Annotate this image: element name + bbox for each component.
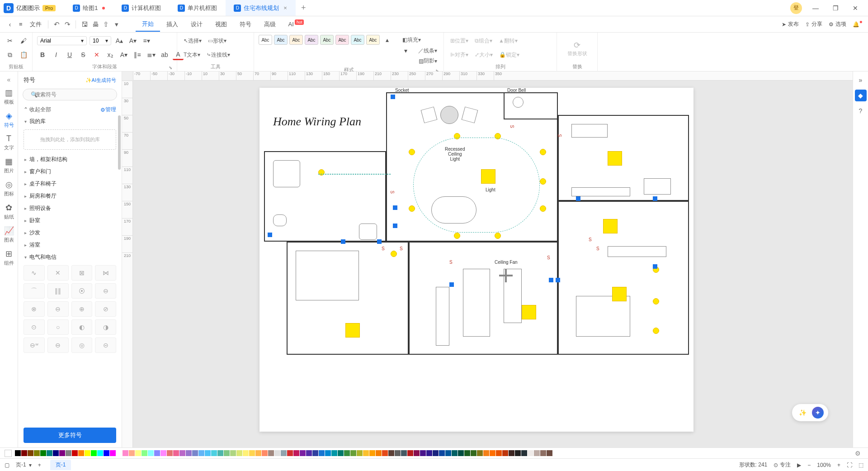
color-swatch[interactable] bbox=[230, 450, 236, 456]
symbol-item[interactable]: ◑ bbox=[95, 319, 116, 335]
ai-generate-symbols[interactable]: ✨ AI生成符号 bbox=[85, 77, 116, 84]
color-swatch[interactable] bbox=[72, 450, 78, 456]
text-tool[interactable]: T 文本 ▾ bbox=[182, 50, 202, 60]
toilet[interactable] bbox=[273, 214, 287, 226]
rail-item-text[interactable]: T文字 bbox=[0, 131, 18, 154]
color-swatch[interactable] bbox=[319, 450, 325, 456]
lock-button[interactable]: 🔒 锁定▾ bbox=[497, 50, 521, 60]
color-swatch[interactable] bbox=[135, 450, 141, 456]
style-preset[interactable]: Abc bbox=[274, 35, 288, 45]
symbol-item[interactable]: ⋈ bbox=[95, 265, 116, 281]
symbol-item[interactable]: ◎ bbox=[71, 338, 93, 353]
symbols-scroll[interactable]: 我的库 拖拽到此处，添加到我的库 墙，框架和结构 窗户和门 桌子和椅子 厨房和餐… bbox=[18, 115, 122, 423]
color-swatch[interactable] bbox=[509, 450, 514, 456]
format-painter-button[interactable]: 🖌 bbox=[18, 35, 29, 46]
symbol-item[interactable]: ⊕ bbox=[71, 301, 93, 317]
color-swatch[interactable] bbox=[15, 450, 21, 456]
shower[interactable] bbox=[273, 160, 300, 187]
color-swatch[interactable] bbox=[192, 450, 198, 456]
recessed-light[interactable] bbox=[540, 178, 546, 185]
menu-tab-design[interactable]: 设计 bbox=[184, 18, 209, 31]
color-swatch[interactable] bbox=[268, 450, 274, 456]
color-swatch[interactable] bbox=[306, 450, 312, 456]
symbol-item[interactable]: ⌒ bbox=[24, 283, 45, 299]
color-swatch[interactable] bbox=[515, 450, 521, 456]
symbol-item[interactable]: ⊖ bbox=[47, 338, 69, 353]
color-swatch[interactable] bbox=[464, 450, 470, 456]
color-swatch[interactable] bbox=[160, 450, 166, 456]
style-scroll-down[interactable]: ▾ bbox=[400, 45, 411, 56]
table-round[interactable] bbox=[440, 106, 458, 124]
chevron-down-icon[interactable]: ▾ bbox=[29, 462, 32, 468]
cat-electrical[interactable]: 电气和电信 bbox=[18, 251, 122, 263]
decrease-font-button[interactable]: A▾ bbox=[127, 35, 138, 46]
symbol-item[interactable]: ∿ bbox=[24, 265, 45, 281]
cat-lighting[interactable]: 照明设备 bbox=[18, 202, 122, 214]
color-swatch[interactable] bbox=[91, 450, 97, 456]
shape-tool[interactable]: ▭ 形状 ▾ bbox=[206, 36, 228, 46]
more-button[interactable]: ▾ bbox=[111, 19, 122, 30]
switch[interactable] bbox=[449, 282, 454, 287]
zoom-in-button[interactable]: + bbox=[837, 462, 840, 468]
bed2[interactable] bbox=[576, 296, 630, 337]
color-swatch[interactable] bbox=[331, 450, 337, 456]
recessed-light[interactable] bbox=[409, 205, 415, 212]
sofa[interactable] bbox=[463, 269, 490, 337]
switch[interactable] bbox=[393, 205, 397, 210]
switch[interactable] bbox=[393, 224, 397, 228]
share-button[interactable]: ⇪分享 bbox=[805, 20, 822, 28]
color-swatch[interactable] bbox=[369, 450, 375, 456]
style-preset[interactable]: Abc bbox=[259, 35, 272, 45]
maximize-button[interactable]: ❐ bbox=[826, 0, 845, 16]
color-swatch[interactable] bbox=[142, 450, 147, 456]
color-swatch[interactable] bbox=[540, 450, 546, 456]
add-tab-button[interactable]: + bbox=[296, 3, 311, 13]
cat-sofa[interactable]: 沙发 bbox=[18, 227, 122, 239]
subscript-button[interactable]: x₂ bbox=[105, 49, 116, 60]
increase-font-button[interactable]: A▴ bbox=[114, 35, 125, 46]
switch[interactable] bbox=[556, 278, 560, 282]
rail-item-components[interactable]: ⊞组件 bbox=[0, 246, 18, 269]
change-case-button[interactable]: ab bbox=[159, 49, 170, 60]
color-swatch[interactable] bbox=[217, 450, 223, 456]
switch[interactable] bbox=[653, 264, 657, 269]
color-swatch[interactable] bbox=[236, 450, 242, 456]
switch[interactable] bbox=[268, 233, 272, 237]
light-living[interactable] bbox=[522, 305, 536, 319]
color-swatch[interactable] bbox=[66, 450, 71, 456]
color-swatch[interactable] bbox=[395, 450, 401, 456]
light-room[interactable] bbox=[603, 219, 618, 233]
focus-mode-button[interactable]: ⊙ 专注 bbox=[774, 461, 791, 469]
color-swatch[interactable] bbox=[40, 450, 46, 456]
presentation-button[interactable]: ▶ bbox=[797, 462, 801, 468]
color-swatch[interactable] bbox=[293, 450, 299, 456]
options-button[interactable]: ⚙选项 bbox=[829, 20, 846, 28]
user-avatar[interactable]: 登 bbox=[790, 2, 802, 14]
room-entry[interactable] bbox=[504, 92, 558, 119]
style-preset[interactable]: Abc bbox=[320, 35, 334, 45]
color-swatch[interactable] bbox=[116, 450, 122, 456]
color-swatch[interactable] bbox=[148, 450, 154, 456]
fit-page-button[interactable]: ⛶ bbox=[847, 462, 852, 468]
more-symbols-button[interactable]: 更多符号 bbox=[24, 428, 116, 443]
menu-tab-insert[interactable]: 插入 bbox=[160, 18, 184, 31]
print-button[interactable]: 🖶 bbox=[90, 19, 100, 30]
style-preset[interactable]: Abc bbox=[305, 35, 318, 45]
close-window-button[interactable]: ✕ bbox=[845, 0, 865, 16]
color-swatch[interactable] bbox=[458, 450, 464, 456]
font-size-combo[interactable]: ▾ bbox=[90, 36, 111, 45]
text-effects-button[interactable]: A▾ bbox=[118, 49, 129, 60]
font-family-input[interactable] bbox=[40, 38, 81, 44]
zoom-out-button[interactable]: − bbox=[807, 462, 811, 468]
export-button[interactable]: ⇧ bbox=[100, 19, 111, 30]
color-swatch[interactable] bbox=[312, 450, 318, 456]
chevron-down-icon[interactable]: ▾ bbox=[105, 38, 108, 44]
style-preset[interactable]: Abc bbox=[366, 35, 380, 45]
color-swatch[interactable] bbox=[21, 450, 27, 456]
recessed-light[interactable] bbox=[454, 233, 460, 239]
menu-tab-advanced[interactable]: 高级 bbox=[258, 18, 282, 31]
color-swatch[interactable] bbox=[300, 450, 306, 456]
color-swatch[interactable] bbox=[502, 450, 508, 456]
rail-item-stickers[interactable]: ✿贴纸 bbox=[0, 200, 18, 223]
color-swatch[interactable] bbox=[433, 450, 439, 456]
